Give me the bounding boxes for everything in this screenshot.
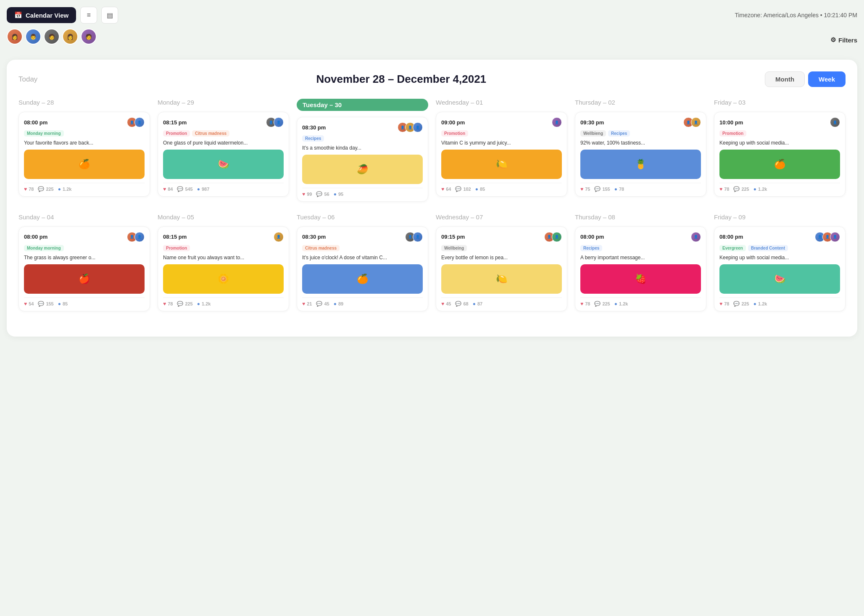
likes-stat: ♥99: [302, 191, 312, 197]
card-image: 🍋: [441, 264, 562, 294]
top-bar: 📅 Calendar View ≡ ▤ Timezone: America/Lo…: [7, 7, 857, 24]
today-label: Today: [18, 75, 37, 84]
calendar-view-label: Calendar View: [26, 12, 68, 19]
post-card[interactable]: 10:00 pm👤PromotionKeeping up with social…: [714, 112, 846, 197]
card-text: One glass of pure liquid watermelon...: [163, 140, 284, 147]
day-label: Thursday – 02: [575, 99, 706, 106]
grid-view-button[interactable]: ▤: [101, 7, 118, 24]
shares-stat: ●987: [197, 186, 210, 192]
card-stats: ♥84💬545●987: [163, 183, 284, 192]
day-column: Monday – 0508:15 pm👤PromotionName one fr…: [158, 213, 289, 311]
avatar[interactable]: 👩: [62, 29, 78, 45]
post-card[interactable]: 09:00 pm👤PromotionVitamin C is yummy and…: [436, 112, 567, 197]
card-top: 08:30 pm👤👤👤: [302, 122, 423, 132]
card-avatar: 👤: [830, 117, 840, 127]
heart-icon: ♥: [163, 186, 166, 192]
share-icon: ●: [334, 191, 337, 197]
day-column: Friday – 0310:00 pm👤PromotionKeeping up …: [714, 99, 846, 202]
share-icon: ●: [334, 301, 337, 307]
calendar-icon: 📅: [14, 11, 22, 19]
share-icon: ●: [614, 301, 617, 307]
day-label: Tuesday – 06: [297, 213, 428, 221]
card-tag: Promotion: [163, 245, 190, 251]
shares-stat: ●1.2k: [753, 301, 767, 307]
card-avatar: 👤: [552, 117, 562, 127]
post-card[interactable]: 08:30 pm👤👤Citrus madnessIt's juice o'clo…: [297, 226, 428, 311]
card-avatar: 👤: [552, 232, 562, 242]
comment-icon: 💬: [733, 301, 740, 307]
avatar[interactable]: 👩: [7, 29, 23, 45]
day-label: Tuesday – 30: [297, 99, 428, 111]
card-stats: ♥21💬45●89: [302, 297, 423, 307]
card-avatar: 👤: [830, 232, 840, 242]
card-tag: Promotion: [441, 130, 468, 137]
card-avatar: 👤: [134, 232, 145, 242]
card-top: 08:00 pm👤👤👤: [719, 232, 840, 242]
day-label: Friday – 09: [714, 213, 846, 221]
share-icon: ●: [614, 186, 617, 192]
week-view-button[interactable]: Week: [808, 71, 846, 87]
main-card: Today November 28 – December 4,2021 Mont…: [7, 60, 857, 337]
day-column: Tuesday – 0608:30 pm👤👤Citrus madnessIt's…: [297, 213, 428, 311]
card-avatars: 👤👤👤: [815, 232, 840, 242]
heart-icon: ♥: [441, 186, 444, 192]
avatar[interactable]: 🧑: [81, 29, 97, 45]
likes-stat: ♥54: [24, 301, 34, 307]
day-label: Sunday – 04: [18, 213, 150, 221]
heart-icon: ♥: [719, 301, 722, 307]
post-card[interactable]: 08:30 pm👤👤👤RecipesIt's a smoothie kinda …: [297, 117, 428, 202]
card-stats: ♥54💬155●85: [24, 297, 145, 307]
post-card[interactable]: 08:00 pm👤👤Monday morningYour favorite fl…: [18, 112, 150, 197]
day-column: Wednesday – 0109:00 pm👤PromotionVitamin …: [436, 99, 567, 202]
card-tag: Citrus madness: [192, 130, 229, 137]
heart-icon: ♥: [302, 301, 305, 307]
post-card[interactable]: 08:00 pm👤👤👤EvergreenBranded ContentKeepi…: [714, 226, 846, 311]
avatar[interactable]: 🧑: [44, 29, 60, 45]
card-avatars: 👤👤: [127, 117, 145, 127]
card-top: 09:00 pm👤: [441, 117, 562, 127]
comment-icon: 💬: [316, 191, 322, 197]
card-top: 08:15 pm👤👤: [163, 117, 284, 127]
card-stats: ♥45💬68●87: [441, 297, 562, 307]
heart-icon: ♥: [580, 186, 583, 192]
avatar[interactable]: 👨: [25, 29, 41, 45]
shares-stat: ●1.2k: [614, 301, 628, 307]
shares-stat: ●1.2k: [197, 301, 211, 307]
likes-stat: ♥78: [580, 301, 590, 307]
card-tag: Promotion: [719, 130, 746, 137]
post-card[interactable]: 08:00 pm👤👤Monday morningThe grass is alw…: [18, 226, 150, 311]
card-tag: Recipes: [302, 135, 324, 142]
card-tags: Monday morning: [24, 245, 145, 251]
calendar-view-button[interactable]: 📅 Calendar View: [7, 7, 76, 23]
heart-icon: ♥: [163, 301, 166, 307]
card-tags: WellbiengRecipes: [580, 130, 701, 137]
card-image: 🍋: [441, 150, 562, 179]
post-card[interactable]: 08:00 pm👤RecipesA berry important messag…: [575, 226, 706, 311]
card-top: 08:15 pm👤: [163, 232, 284, 242]
card-stats: ♥75💬155●78: [580, 183, 701, 192]
post-card[interactable]: 09:30 pm👤👤WellbiengRecipes92% water, 100…: [575, 112, 706, 197]
card-stats: ♥64💬102●85: [441, 183, 562, 192]
month-view-button[interactable]: Month: [765, 71, 805, 87]
likes-stat: ♥21: [302, 301, 312, 307]
filters-button[interactable]: ⚙ Filters: [830, 36, 857, 44]
post-card[interactable]: 09:15 pm👤👤WellbeingEvery bottle of lemon…: [436, 226, 567, 311]
share-icon: ●: [58, 186, 61, 192]
comments-stat: 💬225: [733, 186, 749, 192]
comment-icon: 💬: [177, 301, 183, 307]
list-view-button[interactable]: ≡: [80, 7, 97, 24]
card-image: 🥭: [302, 155, 423, 184]
card-tag: Branded Content: [748, 245, 788, 251]
shares-stat: ●95: [334, 191, 344, 197]
card-avatars: 👤👤: [544, 232, 562, 242]
post-card[interactable]: 08:15 pm👤PromotionName one fruit you alw…: [158, 226, 289, 311]
post-card[interactable]: 08:15 pm👤👤PromotionCitrus madnessOne gla…: [158, 112, 289, 197]
comment-icon: 💬: [455, 301, 461, 307]
day-label: Monday – 29: [158, 99, 289, 106]
view-buttons: Month Week: [765, 71, 846, 87]
card-text: 92% water, 100% tastiness...: [580, 140, 701, 147]
share-icon: ●: [197, 301, 200, 307]
heart-icon: ♥: [719, 186, 722, 192]
card-text: Your favorite flavors are back...: [24, 140, 145, 147]
card-tag: Recipes: [608, 130, 630, 137]
